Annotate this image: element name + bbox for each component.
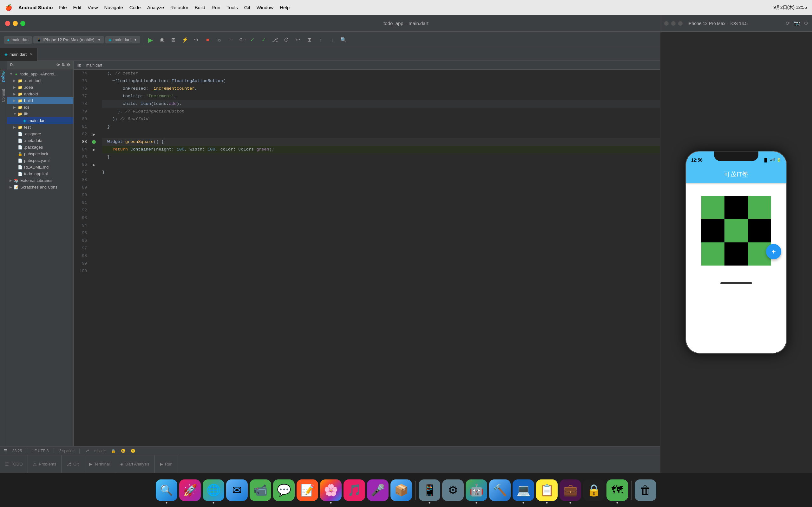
menubar-analyze[interactable]: Analyze: [147, 5, 164, 10]
sim-maximize[interactable]: [678, 21, 682, 26]
git-clock[interactable]: ⏱: [281, 35, 292, 45]
dart-analysis-tab[interactable]: ◈ Dart Analysis: [115, 455, 155, 473]
todo-tab[interactable]: ☰ TODO: [0, 455, 28, 473]
menubar-file[interactable]: File: [59, 5, 67, 10]
dock-appstore[interactable]: 📦: [391, 480, 412, 501]
close-button[interactable]: [5, 21, 10, 26]
tree-readme[interactable]: 📄 README.md: [7, 164, 73, 170]
tree-pubspec-lock[interactable]: 🔒 pubspec.lock: [7, 151, 73, 157]
menubar-help[interactable]: Help: [280, 5, 290, 10]
dock-finder[interactable]: 🔍: [156, 480, 177, 501]
dock-simulator[interactable]: 📱: [419, 480, 440, 501]
run-button[interactable]: ▶: [146, 35, 156, 45]
coverage-button[interactable]: ☼: [214, 35, 224, 45]
git-push[interactable]: ↑: [316, 35, 326, 45]
commit-tab[interactable]: Commit: [1, 89, 6, 103]
tree-packages[interactable]: 📄 .packages: [7, 144, 73, 151]
apple-menu-icon[interactable]: 🍎: [5, 4, 12, 11]
tree-dart-tool[interactable]: ▶ 📁 .dart_tool: [7, 77, 73, 84]
tree-lib[interactable]: ▼ 📂 lib: [7, 111, 73, 117]
dock-podcasts[interactable]: 🎤: [367, 480, 389, 501]
project-tab[interactable]: Project: [0, 70, 7, 82]
profile-button[interactable]: ◉: [157, 35, 167, 45]
run-tab[interactable]: ▶ Run: [155, 455, 178, 473]
settings-icon[interactable]: ⚙: [67, 63, 70, 67]
menubar-view[interactable]: View: [88, 5, 98, 10]
menubar-tools[interactable]: Tools: [227, 5, 238, 10]
tree-idea[interactable]: ▶ 📁 .idea: [7, 84, 73, 91]
tree-gitignore[interactable]: 📄 .gitignore: [7, 130, 73, 137]
dock-photos[interactable]: 🌸: [320, 480, 342, 501]
dock-launchpad[interactable]: 🚀: [179, 480, 201, 501]
menubar-window[interactable]: Window: [257, 5, 273, 10]
stop-button[interactable]: ⊠: [168, 35, 179, 45]
git-more[interactable]: ⊞: [304, 35, 314, 45]
git-tab[interactable]: ⎇ Git: [61, 455, 84, 473]
sim-screenshot-icon[interactable]: 📷: [794, 20, 800, 26]
git-undo[interactable]: ↩: [293, 35, 303, 45]
git-branch[interactable]: ⎇: [270, 35, 280, 45]
dock-slack[interactable]: 💼: [560, 480, 581, 501]
dock-music[interactable]: 🎵: [344, 480, 365, 501]
debug-button[interactable]: ⚡: [180, 35, 190, 45]
tree-ios[interactable]: ▶ 📁 ios: [7, 104, 73, 111]
main-dart-tab[interactable]: ◈ main.dart ✕: [0, 48, 38, 61]
git-check2[interactable]: ✓: [258, 35, 269, 45]
menubar-edit[interactable]: Edit: [73, 5, 81, 10]
menubar-git[interactable]: Git: [244, 5, 250, 10]
dock-messages[interactable]: 💬: [273, 480, 295, 501]
menubar-build[interactable]: Build: [195, 5, 205, 10]
menubar-code[interactable]: Code: [130, 5, 141, 10]
menubar-android-studio[interactable]: Android Studio: [18, 5, 53, 10]
fold-icon-85[interactable]: ▶: [90, 146, 98, 153]
tab-close-icon[interactable]: ✕: [30, 52, 33, 56]
breakpoint-84[interactable]: [90, 138, 98, 146]
menubar-run[interactable]: Run: [212, 5, 220, 10]
tree-build[interactable]: ▶ 📁 build: [7, 97, 73, 104]
stop-process-button[interactable]: ■: [203, 35, 213, 45]
tree-main-dart[interactable]: ◈ main.dart: [7, 117, 73, 124]
dock-mail[interactable]: ✉: [226, 480, 248, 501]
device-selector[interactable]: 📱 iPhone 12 Pro Max (mobile) ▼: [33, 36, 104, 43]
dock-safari[interactable]: 🌐: [203, 480, 224, 501]
dock-reminders[interactable]: 📝: [297, 480, 318, 501]
git-check[interactable]: ✓: [247, 35, 257, 45]
tree-metadata[interactable]: 📄 .metadata: [7, 137, 73, 144]
sync-icon[interactable]: ⟳: [56, 63, 60, 67]
attach-button[interactable]: ↪: [191, 35, 201, 45]
file-breadcrumb[interactable]: ● main.dart: [4, 36, 32, 44]
dock-other1[interactable]: 🔒: [583, 480, 605, 501]
dock-trash[interactable]: 🗑: [635, 480, 656, 501]
sim-minimize[interactable]: [671, 21, 676, 26]
maximize-button[interactable]: [20, 21, 26, 26]
sim-close[interactable]: [664, 21, 669, 26]
git-pull[interactable]: ↓: [327, 35, 337, 45]
tree-iml[interactable]: 📄 todo_app.iml: [7, 170, 73, 177]
fold-icon-83[interactable]: ▶: [90, 130, 98, 138]
terminal-tab[interactable]: ▶ Terminal: [84, 455, 115, 473]
dock-other2[interactable]: 🗺: [606, 480, 628, 501]
fold-icon-87[interactable]: ▶: [90, 161, 98, 169]
tree-test[interactable]: ▶ 📁 test: [7, 124, 73, 130]
dock-vscode[interactable]: 💻: [513, 480, 534, 501]
tree-android[interactable]: ▶ 📁 android: [7, 91, 73, 97]
minimize-button[interactable]: [13, 21, 18, 26]
fab-button[interactable]: +: [766, 244, 781, 259]
collapse-icon[interactable]: ⇅: [61, 63, 65, 67]
run-config[interactable]: ◈ main.dart ▼: [105, 36, 140, 43]
dock-notes[interactable]: 📋: [536, 480, 558, 501]
dock-xcode[interactable]: 🔨: [489, 480, 511, 501]
dock-system-prefs[interactable]: ⚙: [442, 480, 464, 501]
search-button[interactable]: 🔍: [339, 35, 349, 45]
tree-external-libs[interactable]: ▶ 📚 External Libraries: [7, 177, 73, 184]
more-button[interactable]: ⋯: [225, 35, 236, 45]
problems-tab[interactable]: ⚠ Problems: [28, 455, 61, 473]
sim-settings-icon[interactable]: ⚙: [804, 20, 808, 26]
dock-android-studio[interactable]: 🤖: [466, 480, 487, 501]
menubar-navigate[interactable]: Navigate: [104, 5, 123, 10]
tree-scratches[interactable]: ▶ 📝 Scratches and Cons: [7, 184, 73, 190]
sim-rotate-icon[interactable]: ⟳: [786, 20, 790, 26]
tree-pubspec-yaml[interactable]: 📄 pubspec.yaml: [7, 157, 73, 164]
menubar-refactor[interactable]: Refactor: [170, 5, 189, 10]
tree-root[interactable]: ▼ ● todo_app ~/Androi...: [7, 71, 73, 77]
